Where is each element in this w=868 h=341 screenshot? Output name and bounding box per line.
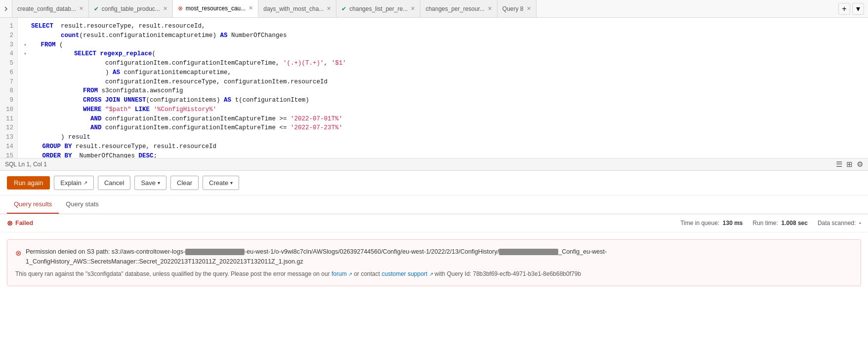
- tab-tab4[interactable]: days_with_most_cha... ✕: [258, 0, 336, 17]
- create-button[interactable]: Create ▾: [203, 176, 239, 190]
- time-in-queue: Time in queue: 130 ms: [680, 220, 743, 227]
- redacted-1: [185, 249, 245, 255]
- code-line: ) result: [24, 133, 862, 142]
- fold-icon[interactable]: ▾: [24, 42, 30, 48]
- code-line: ORDER BY NumberOfChanges DESC;: [24, 152, 862, 158]
- tab-label: days_with_most_cha...: [263, 5, 324, 12]
- line-number: 15: [4, 152, 13, 158]
- tab-query-results[interactable]: Query results: [7, 195, 59, 214]
- tab-label: Query 8: [502, 5, 524, 12]
- tab-tab2[interactable]: ✔ config_table_produc... ✕: [89, 0, 173, 17]
- line-number: 13: [4, 133, 13, 142]
- cancel-button[interactable]: Cancel: [98, 176, 130, 190]
- line-number: 9: [4, 96, 13, 105]
- save-dropdown-icon: ▾: [158, 180, 160, 186]
- results-tabs: Query results Query stats: [0, 195, 868, 214]
- forum-ext-icon: ↗: [348, 271, 352, 277]
- error-subtext: This query ran against the "s3configdata…: [15, 269, 853, 279]
- tab-tab3[interactable]: ⊗ most_resources_cau... ✕: [173, 0, 258, 17]
- save-button[interactable]: Save ▾: [134, 176, 166, 190]
- explain-label: Explain: [60, 179, 82, 187]
- tab-tab7[interactable]: Query 8 ✕: [497, 0, 537, 17]
- tab-query-stats[interactable]: Query stats: [59, 195, 105, 214]
- editor-area: 123456789101112131415 SELECT result.reso…: [0, 18, 868, 171]
- failed-icon: ⊗: [7, 219, 13, 227]
- format-button[interactable]: ☰: [836, 160, 842, 169]
- line-number: 4: [4, 49, 13, 59]
- clear-button[interactable]: Clear: [170, 176, 199, 190]
- external-link-icon: ↗: [83, 180, 87, 186]
- table-view-button[interactable]: ⊞: [846, 160, 853, 169]
- code-line: configurationItem.resourceType, configur…: [24, 77, 862, 87]
- support-ext-icon: ↗: [429, 271, 433, 277]
- explain-button[interactable]: Explain ↗: [54, 176, 94, 190]
- line-number: 2: [4, 31, 13, 40]
- tab-close-icon[interactable]: ✕: [248, 5, 253, 11]
- tab-close-icon[interactable]: ✕: [411, 5, 415, 12]
- line-number: 10: [4, 105, 13, 114]
- result-status-bar: ⊗ Failed Time in queue: 130 ms Run time:…: [0, 214, 868, 232]
- code-line: CROSS JOIN UNNEST(configurationitems) AS…: [24, 96, 862, 105]
- code-editor[interactable]: 123456789101112131415 SELECT result.reso…: [0, 18, 868, 158]
- line-number: 1: [4, 22, 13, 31]
- line-number: 5: [4, 59, 13, 68]
- tab-close-icon[interactable]: ✕: [527, 5, 531, 12]
- code-line: AND configurationItem.configurationItemC…: [24, 114, 862, 124]
- create-dropdown-icon: ▾: [230, 180, 233, 186]
- tab-close-icon[interactable]: ✕: [163, 5, 167, 12]
- editor-status-right: ☰ ⊞ ⚙: [836, 160, 863, 169]
- code-line: FROM s3configdata.awsconfig: [24, 86, 862, 96]
- add-tab-button[interactable]: +: [838, 3, 850, 15]
- editor-status-text: SQL Ln 1, Col 1: [5, 161, 47, 168]
- toolbar: Run again Explain ↗ Cancel Save ▾ Clear …: [0, 171, 868, 195]
- data-scanned: Data scanned: -: [818, 220, 861, 227]
- line-number: 3: [4, 40, 13, 50]
- tab-tab6[interactable]: changes_per_resour... ✕: [420, 0, 497, 17]
- code-line: ▾ SELECT regexp_replace(: [24, 49, 862, 59]
- tab-label: config_table_produc...: [102, 5, 160, 12]
- tab-close-icon[interactable]: ✕: [327, 5, 331, 12]
- error-box: ⊗ Permission denied on S3 path: s3://aws…: [7, 239, 861, 286]
- line-number: 14: [4, 142, 13, 152]
- code-line: GROUP BY result.resourceType, result.res…: [24, 142, 862, 152]
- error-title: ⊗ Permission denied on S3 path: s3://aws…: [15, 247, 853, 266]
- customer-support-link[interactable]: customer support ↗: [381, 270, 433, 277]
- tab-tab5[interactable]: ✔ changes_list_per_re... ✕: [336, 0, 420, 17]
- tab-label: changes_per_resour...: [425, 5, 484, 12]
- code-line: ) AS configurationitemcapturetime,: [24, 68, 862, 77]
- run-again-button[interactable]: Run again: [7, 176, 50, 189]
- code-line: WHERE "$path" LIKE '%ConfigHistory%': [24, 105, 862, 114]
- tab-list-button[interactable]: ▾: [852, 3, 864, 15]
- save-label: Save: [141, 179, 156, 187]
- tab-bar-actions: + ▾: [834, 3, 868, 15]
- tabs-container: create_config_datab... ✕ ✔ config_table_…: [12, 0, 834, 17]
- tab-label: most_resources_cau...: [186, 5, 246, 12]
- tab-close-icon[interactable]: ✕: [488, 5, 492, 12]
- tab-error-icon: ⊗: [178, 5, 183, 12]
- error-main-text: Permission denied on S3 path: s3://aws-c…: [26, 247, 853, 266]
- collapse-panel-button[interactable]: [0, 0, 12, 17]
- error-icon: ⊗: [15, 247, 22, 259]
- code-content[interactable]: SELECT result.resourceType, result.resou…: [18, 18, 868, 158]
- failed-badge: ⊗ Failed: [7, 219, 33, 227]
- line-number: 7: [4, 77, 13, 87]
- failed-label: Failed: [15, 220, 33, 227]
- tab-success-icon: ✔: [94, 5, 99, 12]
- tab-close-icon[interactable]: ✕: [79, 5, 83, 12]
- run-time: Run time: 1.008 sec: [753, 220, 808, 227]
- tab-tab1[interactable]: create_config_datab... ✕: [12, 0, 89, 17]
- tab-success-icon: ✔: [341, 5, 346, 12]
- fold-icon[interactable]: ▾: [24, 51, 30, 57]
- code-line: AND configurationItem.configurationItemC…: [24, 123, 862, 133]
- tab-label: changes_list_per_re...: [349, 5, 408, 12]
- result-meta: Time in queue: 130 ms Run time: 1.008 se…: [680, 220, 861, 227]
- settings-button[interactable]: ⚙: [857, 160, 863, 169]
- code-line: ▾ FROM (: [24, 40, 862, 50]
- line-number: 12: [4, 123, 13, 133]
- tab-label: create_config_datab...: [17, 5, 76, 12]
- forum-link[interactable]: forum ↗: [331, 270, 352, 277]
- line-number: 6: [4, 68, 13, 77]
- code-line: SELECT result.resourceType, result.resou…: [24, 22, 862, 31]
- line-number: 8: [4, 86, 13, 96]
- line-number: 11: [4, 114, 13, 124]
